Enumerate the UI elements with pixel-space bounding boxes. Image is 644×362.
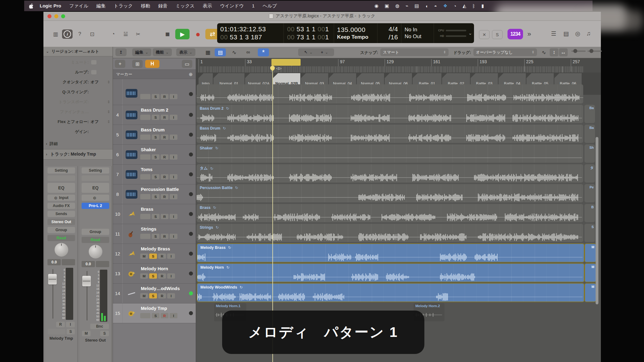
track-name[interactable]: Melody Horn xyxy=(141,266,168,271)
solo-button[interactable]: S xyxy=(152,313,159,318)
track-status-dot[interactable] xyxy=(189,232,193,236)
menubar-screen-icon[interactable]: ▣ xyxy=(385,3,389,9)
record-button[interactable]: R xyxy=(161,94,168,99)
region-3[interactable]: タム↻ xyxy=(197,164,583,183)
record-button[interactable]: R xyxy=(161,154,168,160)
catch-playhead-button[interactable]: ▭ xyxy=(182,60,192,68)
add-track-button[interactable]: + xyxy=(115,60,125,68)
play-button[interactable]: ▶ xyxy=(175,29,190,39)
group-button[interactable]: Group xyxy=(82,229,109,235)
record-button[interactable]: R xyxy=(161,214,168,219)
vertical-scrollbar[interactable] xyxy=(596,137,598,304)
track-row-15[interactable]: 15Melody TmpSRI xyxy=(113,303,196,323)
edit-menu[interactable]: 編集⌄ xyxy=(132,48,151,56)
scissors-icon[interactable]: ✂ xyxy=(133,29,143,39)
region-6[interactable]: Strings↻ xyxy=(197,224,583,242)
zoom-button[interactable] xyxy=(61,14,65,18)
lcd-display[interactable]: 01:01:32:12.53 00 53 1 3 187 00 53 1 1 0… xyxy=(217,23,474,43)
add-marker-icon[interactable]: ⊕ xyxy=(189,72,193,77)
quick-help-button[interactable]: ? xyxy=(74,29,85,39)
inspector-param-2[interactable]: クオンタイズ:オフ⇕ xyxy=(43,77,113,87)
menubar-circle-icon[interactable]: ◓ xyxy=(434,3,437,9)
record-button[interactable]: R xyxy=(161,115,168,120)
peak-value[interactable] xyxy=(96,261,109,267)
record-button[interactable]: R xyxy=(161,234,168,239)
hide-tracks-button[interactable]: H xyxy=(145,60,159,68)
eye-button[interactable]: ⊙ xyxy=(82,195,109,201)
mute-button[interactable] xyxy=(140,313,150,318)
menubar-spark-icon[interactable]: ⌁ xyxy=(405,3,408,9)
fader-handle[interactable] xyxy=(48,274,57,285)
track-inspector-header[interactable]: ›トラック: Melody Tmp xyxy=(43,149,113,160)
solo-button[interactable]: S xyxy=(152,135,159,140)
track-row-4[interactable]: 4Bass Drum 2SRI xyxy=(113,105,196,125)
track-row-10[interactable]: 10BrassSRI xyxy=(113,204,196,224)
stop-button[interactable]: ■ xyxy=(162,29,173,39)
solo-button[interactable]: S xyxy=(149,254,157,259)
record-enable-button[interactable]: R xyxy=(56,322,65,327)
inspector-param-1[interactable]: ループ: xyxy=(43,67,113,77)
track-status-dot[interactable] xyxy=(189,192,193,196)
region-8[interactable]: Melody Horn↻ xyxy=(197,263,584,282)
media-browser-icon[interactable]: ♫ xyxy=(586,30,591,37)
solo-button[interactable]: S xyxy=(152,234,159,239)
inspector-param-6[interactable]: Flex とフォロー:オフ⇕ xyxy=(43,117,113,127)
input-monitor-button[interactable]: I xyxy=(66,322,75,327)
horizontal-autozoom-icon[interactable]: ↔ xyxy=(559,48,568,56)
solo-button[interactable]: S xyxy=(67,329,75,334)
next-region-stub[interactable]: Pe xyxy=(584,184,595,202)
region-5[interactable]: Brass↻ xyxy=(197,204,583,222)
mute-button[interactable] xyxy=(140,115,150,120)
record-button[interactable]: R xyxy=(161,174,168,179)
inspector-param-0[interactable]: ミュート: xyxy=(43,57,113,67)
menu-item-1[interactable]: ファイル xyxy=(65,3,92,9)
input-button[interactable]: I xyxy=(170,115,177,120)
mute-button[interactable] xyxy=(140,234,150,239)
fader-handle[interactable] xyxy=(82,276,91,286)
track-status-dot[interactable] xyxy=(189,113,193,117)
mute-button[interactable]: M xyxy=(82,331,91,336)
region-partial[interactable] xyxy=(197,84,583,104)
draw-tool-icon[interactable]: ∿ xyxy=(229,48,240,56)
next-region-stub[interactable]: M xyxy=(584,263,596,282)
secondary-tool-menu[interactable]: +⌄ xyxy=(315,48,334,56)
track-name[interactable]: Shaker xyxy=(141,147,156,152)
mute-button[interactable] xyxy=(48,329,65,334)
menu-item-6[interactable]: ミックス xyxy=(172,3,199,9)
solo-mode-button[interactable]: S xyxy=(492,30,503,39)
more-tools-icon[interactable]: » xyxy=(527,30,531,38)
input-button[interactable]: I xyxy=(170,154,177,160)
region-2[interactable]: Shaker↻ xyxy=(197,144,583,163)
track-name[interactable]: Toms xyxy=(141,167,153,172)
track-row-5[interactable]: 5Bass DrumSRI xyxy=(113,125,196,145)
track-status-dot[interactable] xyxy=(189,133,193,137)
record-button[interactable]: ● xyxy=(192,29,204,39)
vertical-autozoom-icon[interactable]: ↕ xyxy=(550,48,558,56)
mute-button[interactable] xyxy=(140,174,150,179)
record-button[interactable]: R xyxy=(158,293,166,298)
back-button[interactable]: ↥ xyxy=(115,48,127,56)
automation-button[interactable]: Read xyxy=(82,237,109,243)
next-region-stub[interactable]: Ba xyxy=(584,125,595,143)
input-button[interactable]: I xyxy=(167,273,175,279)
mute-button[interactable]: M xyxy=(140,293,148,298)
menubar-drive-icon[interactable]: ◭ xyxy=(463,3,466,9)
lcd-chevron-icon[interactable]: ⌄ xyxy=(467,23,474,43)
inspector-param-4[interactable]: トランスポーズ:⇕ xyxy=(43,97,113,107)
menu-item-3[interactable]: トラック xyxy=(110,3,137,9)
solo-button[interactable]: S xyxy=(152,194,159,199)
next-region-stub[interactable]: タ xyxy=(584,164,595,183)
gain-slot[interactable] xyxy=(47,175,75,181)
volume-value[interactable]: 0.0 xyxy=(47,259,61,265)
region-4[interactable]: Percussion Battle↻ xyxy=(197,184,583,202)
lcd-position-cell[interactable]: 01:01:32:12.53 00 53 1 3 187 xyxy=(217,23,284,43)
mute-button[interactable]: M xyxy=(140,254,148,259)
input-button[interactable]: I xyxy=(170,214,177,219)
param-value[interactable]: オフ xyxy=(91,119,99,125)
group-button[interactable]: Group xyxy=(47,227,75,233)
menubar-controller-icon[interactable]: ◍ xyxy=(395,3,399,9)
track-status-dot[interactable] xyxy=(189,311,193,315)
inspector-param-7[interactable]: ゲイン: xyxy=(43,127,113,137)
next-region-stub[interactable]: B xyxy=(584,204,595,222)
grid-view-icon[interactable]: ▦ xyxy=(202,48,213,56)
